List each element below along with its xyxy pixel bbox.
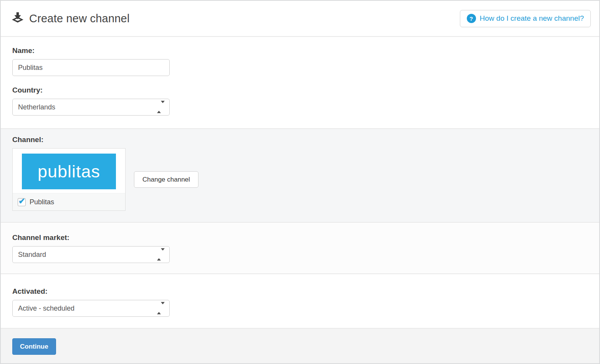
country-select-value: Netherlands: [18, 103, 164, 111]
country-label: Country:: [12, 86, 588, 94]
help-button-label: How do I create a new channel?: [480, 14, 584, 23]
basic-info-section: Name: Country: Netherlands: [1, 37, 599, 129]
channel-card-footer: Publitas: [13, 193, 125, 210]
page-header: Create new channel How do I create a new…: [1, 1, 599, 37]
create-channel-page: Create new channel How do I create a new…: [0, 0, 600, 364]
name-label: Name:: [12, 46, 588, 55]
header-title-group: Create new channel: [12, 12, 130, 25]
channel-label: Channel:: [12, 136, 588, 144]
channel-market-section: Channel market: Standard: [1, 223, 599, 274]
channel-market-select[interactable]: Standard: [12, 246, 170, 263]
name-input[interactable]: [12, 59, 170, 76]
select-stepper-icon: [157, 103, 165, 111]
publitas-logo-text: publitas: [38, 162, 100, 182]
channel-market-select-value: Standard: [18, 251, 164, 259]
channel-checkbox[interactable]: [18, 198, 26, 206]
change-channel-button[interactable]: Change channel: [134, 171, 198, 188]
channel-card: publitas Publitas: [12, 148, 126, 211]
activated-select[interactable]: Active - scheduled: [12, 300, 170, 317]
publitas-logo: publitas: [22, 154, 116, 189]
download-icon: [12, 12, 24, 25]
country-field: Country: Netherlands: [12, 86, 588, 116]
channel-checkbox-label: Publitas: [30, 198, 54, 206]
activated-section: Activated: Active - scheduled: [1, 274, 599, 329]
channel-row: publitas Publitas Change channel: [12, 148, 588, 211]
activated-select-value: Active - scheduled: [18, 304, 164, 313]
help-button[interactable]: How do I create a new channel?: [460, 10, 591, 27]
name-field: Name:: [12, 46, 588, 76]
form-footer: Continue: [1, 329, 599, 363]
select-stepper-icon: [157, 304, 165, 313]
channel-logo-wrap: publitas: [13, 149, 125, 193]
channel-market-label: Channel market:: [12, 233, 588, 242]
country-select[interactable]: Netherlands: [12, 99, 170, 116]
page-title: Create new channel: [29, 12, 130, 25]
channel-section: Channel: publitas Publitas Change channe…: [1, 129, 599, 223]
question-circle-icon: [467, 14, 476, 23]
activated-label: Activated:: [12, 287, 588, 296]
select-stepper-icon: [157, 251, 165, 259]
continue-button[interactable]: Continue: [12, 338, 56, 355]
